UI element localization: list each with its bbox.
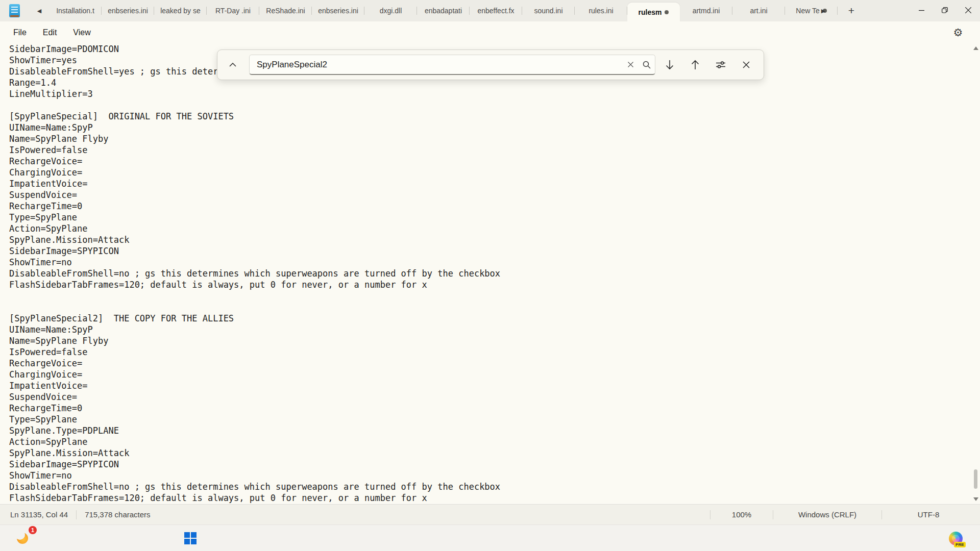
code-line: FlashSidebarTabFrames=120; default is al… — [0, 492, 971, 504]
tab-label: dxgi.dll — [380, 7, 402, 15]
weather-widget[interactable]: 1 — [9, 528, 36, 548]
find-previous-icon[interactable] — [686, 56, 704, 74]
settings-gear-icon[interactable]: ⚙ — [949, 24, 967, 41]
tab-leaked-by-se[interactable]: leaked by se — [154, 0, 207, 21]
scroll-up-icon[interactable] — [973, 46, 978, 50]
find-options-sliders-icon[interactable] — [712, 56, 730, 74]
tab-strip: Installation.tenbseries.inileaked by seR… — [49, 0, 838, 21]
menu-file[interactable]: File — [6, 25, 34, 40]
code-line: SuspendVoice= — [0, 391, 971, 403]
tab-enbseries-ini[interactable]: enbseries.ini — [312, 0, 364, 21]
encoding[interactable]: UTF-8 — [882, 510, 975, 519]
code-line: Action=SpyPlane — [0, 223, 971, 234]
tab-reshade-ini[interactable]: ReShade.ini — [259, 0, 312, 21]
code-line: ImpatientVoice= — [0, 380, 971, 391]
copilot-preview-badge: PRE — [954, 542, 965, 547]
vertical-scrollbar[interactable] — [971, 43, 980, 504]
find-input[interactable] — [250, 60, 622, 70]
clear-search-icon[interactable] — [622, 57, 639, 73]
code-line: FlashSidebarTabFrames=120; default is al… — [0, 279, 971, 290]
code-line: UIName=Name:SpyP — [0, 324, 971, 335]
code-line — [0, 290, 971, 302]
close-button[interactable] — [957, 0, 980, 20]
code-line: SpyPlane.Type=PDPLANE — [0, 425, 971, 436]
menu-bar: File Edit View ⚙ — [0, 21, 980, 43]
code-line: RechargeTime=0 — [0, 201, 971, 212]
find-close-icon[interactable] — [737, 56, 755, 74]
code-line: DisableableFromShell=no ; gs this determ… — [0, 481, 971, 492]
find-actions — [660, 56, 755, 74]
scroll-down-icon[interactable] — [973, 497, 978, 501]
windows-logo-icon — [184, 532, 197, 544]
search-icon[interactable] — [639, 57, 655, 73]
tab-art-ini[interactable]: art.ini — [732, 0, 785, 21]
code-line: SidebarImage=SPYPICON — [0, 459, 971, 470]
copilot-button[interactable]: PRE — [945, 528, 966, 548]
notification-badge: 1 — [29, 526, 37, 534]
character-count: 715,378 characters — [77, 510, 158, 519]
tab-enbadaptati[interactable]: enbadaptati — [417, 0, 470, 21]
code-line: RechargeVoice= — [0, 156, 971, 167]
tab-enbeffect-fx[interactable]: enbeffect.fx — [470, 0, 522, 21]
tab-scroll-right-icon[interactable]: ▶ — [816, 0, 831, 21]
code-line — [0, 302, 971, 313]
line-endings[interactable]: Windows (CRLF) — [773, 510, 881, 519]
tab-scroll-left-icon[interactable]: ◀ — [32, 0, 47, 21]
copilot-icon: PRE — [949, 532, 963, 545]
tab-rt-day-ini[interactable]: RT-Day .ini — [207, 0, 259, 21]
tab-label: Installation.t — [56, 7, 94, 15]
tab-enbseries-ini[interactable]: enbseries.ini — [102, 0, 154, 21]
tab-sound-ini[interactable]: sound.ini — [522, 0, 575, 21]
tab-label: rulesm — [639, 8, 662, 16]
code-line: Type=SpyPlane — [0, 212, 971, 223]
window-controls — [910, 0, 980, 20]
code-line: RechargeVoice= — [0, 358, 971, 369]
menu-view[interactable]: View — [66, 25, 97, 40]
tab-label: enbseries.ini — [318, 7, 358, 15]
tab-label: rules.ini — [589, 7, 613, 15]
tab-dxgi-dll[interactable]: dxgi.dll — [364, 0, 417, 21]
notepad-app-icon — [9, 4, 20, 17]
tab-installation-t[interactable]: Installation.t — [49, 0, 102, 21]
tab-rulesm[interactable]: rulesm — [627, 3, 680, 21]
tab-bar: ◀ Installation.tenbseries.inileaked by s… — [0, 0, 980, 22]
code-line: [SpyPlaneSpecial2] THE COPY FOR THE ALLI… — [0, 313, 971, 324]
tab-label: enbseries.ini — [108, 7, 148, 15]
tab-label: RT-Day .ini — [215, 7, 251, 15]
new-tab-button[interactable]: + — [841, 0, 862, 21]
code-line: Name=SpyPlane Flyby — [0, 335, 971, 346]
code-line: ImpatientVoice= — [0, 178, 971, 189]
start-button[interactable] — [180, 528, 201, 548]
code-line: Type=SpyPlane — [0, 414, 971, 425]
code-line: LineMultiplier=3 — [0, 88, 971, 99]
find-collapse-chevron-icon[interactable] — [224, 56, 242, 74]
restore-button[interactable] — [933, 0, 957, 20]
code-line: [SpyPlaneSpecial] ORIGINAL FOR THE SOVIE… — [0, 111, 971, 122]
notepad-window: ◀ Installation.tenbseries.inileaked by s… — [0, 0, 980, 551]
minimize-button[interactable] — [910, 0, 933, 20]
tab-label: sound.ini — [534, 7, 562, 15]
code-line: UIName=Name:SpyP — [0, 122, 971, 133]
code-line: SpyPlane.Mission=Attack — [0, 234, 971, 245]
find-next-icon[interactable] — [660, 56, 679, 74]
find-bar — [217, 49, 764, 80]
tab-label: ReShade.ini — [266, 7, 305, 15]
unsaved-changes-dot-icon — [665, 10, 669, 14]
code-line: SpyPlane.Mission=Attack — [0, 447, 971, 459]
tab-label: enbadaptati — [425, 7, 462, 15]
tab-rules-ini[interactable]: rules.ini — [575, 0, 627, 21]
tab-label: leaked by se — [160, 7, 201, 15]
code-line: ChargingVoice= — [0, 369, 971, 380]
tab-label: enbeffect.fx — [477, 7, 514, 15]
tab-artmd-ini[interactable]: artmd.ini — [680, 0, 732, 21]
text-editor[interactable]: SidebarImage=PDOMICONShowTimer=yesDisabl… — [0, 43, 971, 504]
code-line: IsPowered=false — [0, 144, 971, 156]
find-field — [249, 55, 655, 75]
scrollbar-thumb[interactable] — [974, 469, 977, 489]
code-line: RechargeTime=0 — [0, 403, 971, 414]
taskbar: 1 Search TLXEC ENG — [0, 524, 980, 551]
menu-edit[interactable]: Edit — [36, 25, 64, 40]
zoom-level[interactable]: 100% — [710, 510, 773, 519]
tab-label: artmd.ini — [693, 7, 720, 15]
cursor-position: Ln 31135, Col 44 — [2, 510, 76, 519]
